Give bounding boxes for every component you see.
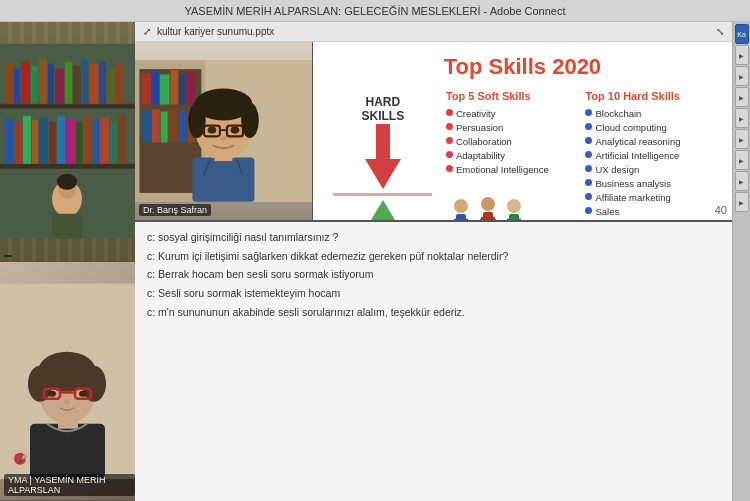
svg-point-79: [208, 127, 217, 134]
svg-rect-29: [110, 122, 117, 164]
rpanel-btn-3[interactable]: ▶: [735, 66, 749, 86]
svg-text:🎤: 🎤: [17, 453, 27, 463]
soft-skills-column: Top 5 Soft Skills Creativity Persuasion …: [446, 90, 578, 220]
skills-arrows: HARD SKILLS: [328, 90, 438, 220]
svg-rect-20: [32, 120, 38, 164]
soft-skills-arrow: [365, 200, 401, 220]
arrow-down-body: [376, 124, 390, 159]
right-panel: Ka ▶ ▶ ▶ ▶ ▶ ▶ ▶ ▶: [732, 22, 750, 501]
chat-line-3: c: Berrak hocam ben sesli soru sormak is…: [147, 267, 720, 282]
svg-rect-68: [192, 158, 254, 202]
hard-bullet-5: [585, 165, 592, 172]
svg-rect-7: [39, 59, 47, 104]
soft-skill-5: Emotional Intelligence: [446, 164, 578, 175]
soft-bullet-5: [446, 165, 453, 172]
svg-point-33: [57, 174, 77, 190]
rpanel-btn-1[interactable]: Ka: [735, 24, 749, 44]
rpanel-btn-5[interactable]: ▶: [735, 108, 749, 128]
soft-bullet-4: [446, 151, 453, 158]
svg-rect-65: [169, 108, 179, 142]
rpanel-btn-2[interactable]: ▶: [735, 45, 749, 65]
chat-line-4: c: Sesli soru sormak istemekteyim hocam: [147, 286, 720, 301]
svg-rect-88: [456, 214, 466, 220]
svg-rect-30: [118, 116, 126, 164]
expand-icon[interactable]: ⤢: [143, 26, 151, 37]
hard-bullet-3: [585, 137, 592, 144]
soft-skill-2: Persuasion: [446, 122, 578, 133]
video-panel-bottom-left: 🎤 YMA | YASEMİN MERİH ALPARSLAN: [0, 262, 135, 502]
svg-rect-27: [93, 120, 99, 164]
people-illustration: [446, 184, 531, 220]
video-bg-top-left: [0, 22, 135, 261]
hard-skills-column: Top 10 Hard Skills Blockchain Cloud comp…: [585, 90, 717, 220]
svg-point-42: [82, 365, 106, 401]
svg-rect-12: [82, 59, 88, 104]
rpanel-btn-7[interactable]: ▶: [735, 150, 749, 170]
soft-bullet-2: [446, 123, 453, 130]
svg-rect-13: [89, 64, 98, 104]
hard-bullet-1: [585, 109, 592, 116]
svg-rect-23: [57, 116, 65, 164]
svg-rect-26: [84, 116, 92, 164]
svg-rect-25: [76, 122, 83, 164]
slide-number: 40: [715, 204, 727, 216]
slide-area: Top Skills 2020 HARD SKILLS: [313, 42, 732, 220]
svg-rect-22: [49, 122, 56, 164]
svg-rect-62: [142, 112, 151, 143]
hard-skill-3: Analytical reasoning: [585, 136, 717, 147]
svg-rect-57: [152, 71, 159, 105]
rpanel-btn-4[interactable]: ▶: [735, 87, 749, 107]
svg-rect-59: [170, 70, 178, 104]
hard-bullet-7: [585, 193, 592, 200]
svg-rect-58: [160, 74, 170, 104]
center-area: ⤢ kultur kariyer sunumu.pptx ⤡: [135, 22, 732, 501]
title-bar: YASEMİN MERİH ALPARSLAN: GELECEĞİN MESLE…: [0, 0, 750, 22]
svg-rect-60: [179, 74, 185, 105]
svg-rect-2: [0, 164, 135, 169]
soft-bullet-1: [446, 109, 453, 116]
svg-point-87: [454, 199, 468, 213]
svg-rect-96: [509, 214, 519, 220]
svg-rect-3: [5, 64, 13, 104]
hard-skill-1: Blockchain: [585, 108, 717, 119]
soft-skill-4: Adaptability: [446, 150, 578, 161]
svg-rect-14: [99, 62, 106, 104]
slide-title: Top Skills 2020: [328, 54, 717, 80]
arrow-up-head: [365, 200, 401, 220]
hard-skills-title: Top 10 Hard Skills: [585, 90, 717, 102]
svg-line-90: [466, 219, 471, 220]
hard-skill-8: Sales: [585, 206, 717, 217]
svg-rect-28: [100, 118, 109, 164]
svg-rect-34: [52, 214, 82, 239]
filename: kultur kariyer sunumu.pptx: [157, 26, 274, 37]
svg-rect-9: [55, 69, 64, 104]
video-panel-top-left: [0, 22, 135, 262]
svg-rect-18: [15, 122, 22, 164]
video-sidebar: 🎤 YMA | YASEMİN MERİH ALPARSLAN: [0, 22, 135, 501]
hard-bullet-6: [585, 179, 592, 186]
svg-line-97: [504, 219, 509, 220]
hard-bullet-4: [585, 151, 592, 158]
hard-bullet-2: [585, 123, 592, 130]
bottom-area: c: sosyal girişimciliği nasıl tanımlarsı…: [135, 222, 732, 501]
hard-skill-4: Artificial Intelligence: [585, 150, 717, 161]
chat-area: c: sosyal girişimciliği nasıl tanımlarsı…: [135, 222, 732, 501]
divider-line: [333, 193, 432, 196]
svg-rect-8: [48, 64, 54, 104]
svg-point-91: [481, 197, 495, 211]
svg-rect-56: [142, 74, 151, 105]
svg-rect-4: [14, 69, 20, 104]
svg-point-95: [507, 199, 521, 213]
main-container: 🎤 YMA | YASEMİN MERİH ALPARSLAN ⤢ kultur…: [0, 22, 750, 501]
hard-skills-label: HARD SKILLS: [362, 95, 405, 124]
rpanel-btn-6[interactable]: ▶: [735, 129, 749, 149]
collapse-icon[interactable]: ⤡: [716, 26, 724, 37]
svg-rect-15: [107, 69, 115, 104]
svg-rect-16: [116, 64, 124, 104]
arrow-down-head: [365, 159, 401, 189]
svg-rect-63: [152, 109, 160, 143]
rpanel-btn-9[interactable]: ▶: [735, 192, 749, 212]
svg-rect-6: [31, 66, 38, 104]
rpanel-btn-8[interactable]: ▶: [735, 171, 749, 191]
svg-point-48: [64, 399, 70, 403]
